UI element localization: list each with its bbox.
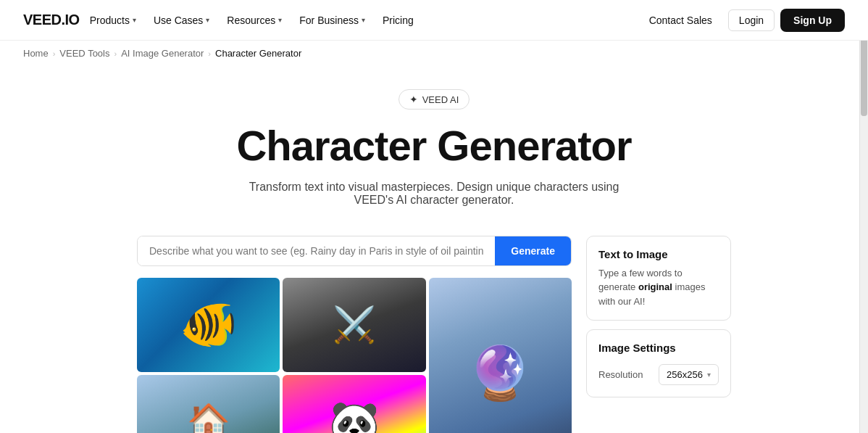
chevron-down-icon: ▾ bbox=[133, 16, 136, 24]
page-scrollbar[interactable] bbox=[859, 0, 868, 433]
contact-sales-button[interactable]: Contact Sales bbox=[639, 10, 722, 30]
nav-item-products[interactable]: Products ▾ bbox=[83, 10, 143, 30]
grid-image-warrior[interactable] bbox=[283, 278, 425, 372]
navbar: VEED.IO Products ▾ Use Cases ▾ Resources… bbox=[0, 0, 868, 41]
grid-image-fish[interactable] bbox=[137, 278, 280, 372]
veed-ai-badge: ✦ VEED AI bbox=[398, 89, 470, 110]
prompt-input[interactable] bbox=[138, 236, 495, 265]
resolution-dropdown[interactable]: 256x256 ▾ bbox=[659, 364, 719, 385]
warrior-image bbox=[283, 278, 425, 372]
chevron-down-icon: ▾ bbox=[362, 16, 365, 24]
breadcrumb-sep: › bbox=[53, 49, 56, 58]
panda-image bbox=[283, 375, 425, 433]
resolution-label: Resolution bbox=[598, 369, 643, 380]
image-settings-card: Image Settings Resolution 256x256 ▾ bbox=[586, 329, 731, 397]
breadcrumb-home[interactable]: Home bbox=[23, 48, 49, 59]
resolution-row: Resolution 256x256 ▾ bbox=[598, 364, 719, 385]
grid-image-house[interactable] bbox=[137, 375, 280, 433]
grid-image-sphere[interactable] bbox=[429, 278, 572, 433]
text-to-image-card: Text to Image Type a few words to genera… bbox=[586, 236, 731, 321]
chevron-down-icon: ▾ bbox=[278, 16, 282, 24]
left-panel: Generate bbox=[137, 236, 572, 433]
nav-left: VEED.IO Products ▾ Use Cases ▾ Resources… bbox=[23, 10, 421, 30]
text-to-image-title: Text to Image bbox=[598, 248, 719, 260]
breadcrumb-current: Character Generator bbox=[215, 48, 301, 59]
generate-button[interactable]: Generate bbox=[495, 236, 571, 265]
signup-button[interactable]: Sign Up bbox=[780, 9, 845, 32]
image-grid bbox=[137, 278, 572, 433]
prompt-row: Generate bbox=[137, 236, 572, 266]
nav-right: Contact Sales Login Sign Up bbox=[639, 9, 845, 32]
image-settings-title: Image Settings bbox=[598, 342, 719, 354]
page-title: Character Generator bbox=[14, 123, 854, 169]
star-icon: ✦ bbox=[409, 94, 418, 105]
main-content: Generate bbox=[79, 221, 789, 433]
hero-subtitle: Transform text into visual masterpieces.… bbox=[231, 181, 637, 207]
fish-image bbox=[137, 278, 280, 372]
nav-item-resources[interactable]: Resources ▾ bbox=[220, 10, 289, 30]
breadcrumb-veed-tools[interactable]: VEED Tools bbox=[59, 48, 109, 59]
nav-item-use-cases[interactable]: Use Cases ▾ bbox=[146, 10, 217, 30]
sphere-image bbox=[429, 278, 572, 433]
breadcrumb-sep: › bbox=[114, 49, 117, 58]
text-to-image-description: Type a few words to generate original im… bbox=[598, 266, 719, 309]
chevron-down-icon: ▾ bbox=[206, 16, 209, 24]
hero-section: ✦ VEED AI Character Generator Transform … bbox=[0, 66, 868, 221]
nav-item-for-business[interactable]: For Business ▾ bbox=[292, 10, 372, 30]
login-button[interactable]: Login bbox=[728, 9, 775, 31]
logo[interactable]: VEED.IO bbox=[23, 12, 80, 28]
nav-item-pricing[interactable]: Pricing bbox=[375, 10, 421, 30]
breadcrumb: Home › VEED Tools › AI Image Generator ›… bbox=[0, 41, 868, 66]
chevron-down-icon: ▾ bbox=[707, 371, 711, 379]
grid-image-panda[interactable] bbox=[283, 375, 425, 433]
house-image bbox=[137, 375, 280, 433]
right-panel: Text to Image Type a few words to genera… bbox=[586, 236, 731, 433]
resolution-value: 256x256 bbox=[667, 369, 703, 380]
breadcrumb-ai-image-generator[interactable]: AI Image Generator bbox=[121, 48, 204, 59]
breadcrumb-sep: › bbox=[208, 49, 211, 58]
